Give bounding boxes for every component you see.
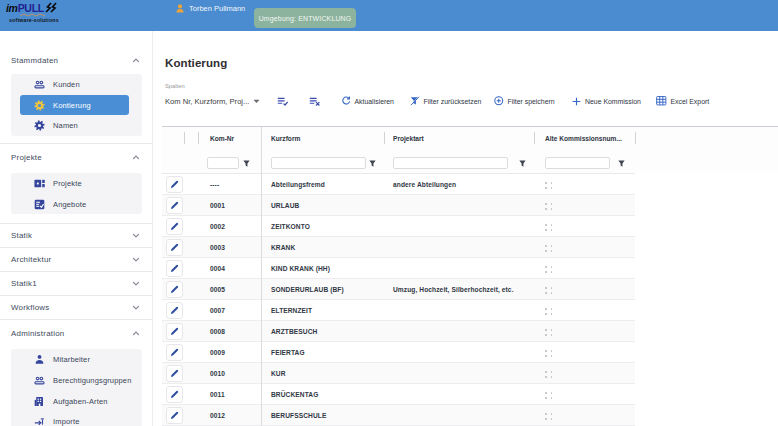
refresh-button[interactable]: Aktualisieren	[341, 91, 394, 111]
grid-row-0003[interactable]: 0003KRANK	[162, 237, 778, 258]
user-name: Torben Pullmann	[189, 4, 245, 13]
user-menu[interactable]: Torben Pullmann	[176, 2, 245, 14]
edit-row-button[interactable]	[166, 281, 183, 298]
row-stripe-end	[635, 173, 778, 195]
filter-input-kom_nr[interactable]	[207, 157, 239, 169]
edit-row-button[interactable]	[166, 344, 183, 361]
grid-row-0008[interactable]: 0008ARZTBESUCH	[162, 321, 778, 342]
filter-input-alte_kommissionsnummer[interactable]	[545, 157, 610, 169]
column-chooser-clear-button[interactable]	[309, 91, 321, 111]
edit-row-button[interactable]	[166, 197, 183, 214]
sidebar-item-importe[interactable]: Importe	[20, 412, 129, 426]
sidebar-section-statik1[interactable]: Statik1	[0, 272, 152, 295]
edit-row-button[interactable]	[166, 218, 183, 235]
grid-row-----[interactable]: ----Abteilungsfremdandere Abteilungen	[162, 174, 778, 195]
sidebar-item-berechtigungsgruppen[interactable]: Berechtigungsgruppen	[20, 370, 129, 391]
gear-icon	[34, 100, 45, 111]
chevron-down-icon	[132, 257, 140, 262]
filter-funnel-icon[interactable]	[366, 157, 378, 169]
grid-filter-row	[162, 149, 778, 174]
sidebar-item-kunden[interactable]: Kunden	[20, 74, 129, 95]
edit-row-button[interactable]	[166, 386, 183, 403]
header-separator	[635, 132, 636, 144]
filter-input-kurzform[interactable]	[271, 157, 366, 169]
columns-select-label: Spalten	[165, 83, 185, 89]
filter-save-button[interactable]: Filter speichern	[494, 91, 555, 111]
column-chooser-show-button[interactable]	[277, 91, 289, 111]
edit-row-button[interactable]	[166, 302, 183, 319]
column-header-kom_nr[interactable]: Kom-Nr	[210, 127, 259, 149]
sidebar-item-label: Kunden	[53, 80, 80, 89]
sidebar-section-stammdaten[interactable]: Stammdaten	[0, 49, 152, 71]
sidebar-section-label: Administration	[11, 329, 65, 338]
sidebar-section-administration[interactable]: Administration	[0, 322, 152, 344]
edit-row-button[interactable]	[166, 260, 183, 277]
cell-kurzform: SONDERURLAUB (BF)	[271, 279, 344, 300]
sidebar-item-aufgaben-arten[interactable]: Aufgaben-Arten	[20, 391, 129, 412]
sidebar-section-projekte[interactable]: Projekte	[0, 146, 152, 168]
filter-funnel-icon[interactable]	[240, 157, 252, 169]
refresh-button-label: Aktualisieren	[355, 98, 394, 105]
main-content: Kontierung Spalten Kom Nr, Kurzform, Pro…	[154, 31, 778, 426]
edit-row-button[interactable]	[166, 365, 183, 382]
filter-input-projektart[interactable]	[393, 157, 508, 169]
column-header-alte_kommissionsnummer[interactable]: Alte Kommissionsnum...	[545, 127, 633, 149]
sidebar-item-namen[interactable]: Namen	[20, 115, 129, 136]
grid-row-0007[interactable]: 0007ELTERNZEIT	[162, 300, 778, 321]
grid-row-0005[interactable]: 0005SONDERURLAUB (BF)Umzug, Hochzeit, Si…	[162, 279, 778, 300]
filter-reset-button[interactable]: Filter zurücksetzen	[410, 91, 481, 111]
edit-row-button[interactable]	[166, 323, 183, 340]
edit-row-button[interactable]	[166, 176, 183, 193]
new-commission-button[interactable]: Neue Kommission	[572, 91, 641, 111]
edit-row-button[interactable]	[166, 239, 183, 256]
sidebar-section-workflows[interactable]: Workflows	[0, 296, 152, 319]
logo-text-pull: PULL	[18, 3, 44, 14]
header-separator	[534, 132, 535, 144]
excel-export-button[interactable]: Excel Export	[656, 91, 709, 111]
grid-body: ----Abteilungsfremdandere Abteilungen 00…	[162, 174, 778, 426]
chevron-down-icon	[132, 233, 140, 238]
sidebar-section-label: Statik	[11, 231, 32, 240]
sidebar-item-projekte[interactable]: Projekte	[20, 173, 129, 194]
cell-kom_nr: 0008	[210, 321, 225, 342]
grid-row-0004[interactable]: 0004KIND KRANK (HH)	[162, 258, 778, 279]
users-icon	[34, 79, 45, 90]
sidebar-item-angebote[interactable]: Angebote	[20, 194, 129, 215]
building-icon	[34, 396, 45, 407]
column-header-kurzform[interactable]: Kurzform	[271, 127, 382, 149]
columns-select[interactable]: Kom Nr, Kurzform, Proj...	[165, 91, 260, 111]
sidebar-nav: Stammdaten KundenKontierungNamenProjekte…	[0, 31, 153, 426]
grid-row-0010[interactable]: 0010KUR	[162, 363, 778, 384]
list-x-icon	[309, 96, 321, 107]
sidebar-section-architektur[interactable]: Architektur	[0, 248, 152, 271]
offers-icon	[34, 199, 45, 210]
sidebar-section-panel: Mitarbeiter Berechtigungsgruppen Aufgabe…	[11, 349, 142, 426]
filter-funnel-icon[interactable]	[516, 157, 528, 169]
grid-row-0009[interactable]: 0009FEIERTAG	[162, 342, 778, 363]
sidebar-item-mitarbeiter[interactable]: Mitarbeiter	[20, 349, 129, 370]
empty-value-dots-icon	[545, 245, 553, 252]
frozen-columns-separator	[261, 127, 262, 426]
sidebar-section-statik[interactable]: Statik	[0, 224, 152, 247]
cell-kurzform: FEIERTAG	[271, 342, 305, 363]
empty-value-dots-icon	[545, 350, 553, 357]
filter-reset-button-label: Filter zurücksetzen	[424, 98, 482, 105]
cell-kom_nr: 0002	[210, 216, 225, 237]
users-icon	[34, 375, 45, 386]
grid-row-0001[interactable]: 0001URLAUB	[162, 195, 778, 216]
chevron-up-icon	[132, 155, 140, 160]
grid-row-0011[interactable]: 0011BRÜCKENTAG	[162, 384, 778, 405]
filter-funnel-icon[interactable]	[615, 157, 627, 169]
row-stripe-end	[635, 341, 778, 363]
grid-row-0012[interactable]: 0012BERUFSSCHULE	[162, 405, 778, 426]
impulls-logo[interactable]: imPULL software-solutions	[6, 2, 66, 23]
page-title: Kontierung	[165, 57, 227, 69]
sidebar-item-kontierung[interactable]: Kontierung	[20, 95, 129, 116]
edit-row-button[interactable]	[166, 407, 183, 424]
grid-row-0002[interactable]: 0002ZEITKONTO	[162, 216, 778, 237]
filter-save-button-label: Filter speichern	[508, 98, 555, 105]
column-header-projektart[interactable]: Projektart	[393, 127, 532, 149]
cell-kurzform: Abteilungsfremd	[271, 174, 325, 195]
logo-subtitle: software-solutions	[9, 18, 66, 23]
cell-kom_nr: 0009	[210, 342, 225, 363]
